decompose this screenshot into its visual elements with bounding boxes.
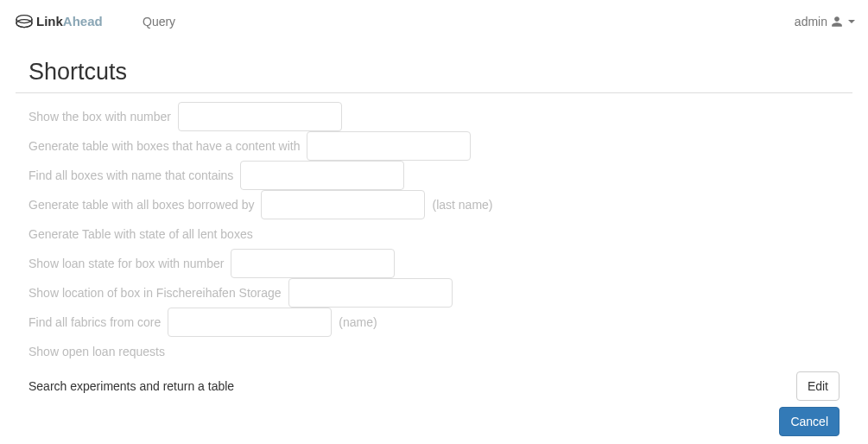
shortcut-row: Show open loan requests — [29, 337, 839, 366]
shortcut-row: Find all fabrics from core (name) — [29, 308, 839, 337]
shortcut-input — [168, 308, 332, 337]
caret-icon — [848, 20, 855, 23]
shortcut-label: Show loan state for box with number — [29, 249, 224, 278]
shortcut-row: Show loan state for box with number — [29, 249, 839, 278]
shortcut-row: Generate table with boxes that have a co… — [29, 131, 839, 161]
shortcut-input — [178, 102, 342, 131]
navbar: LinkAhead Query admin — [0, 0, 868, 43]
brand-logo[interactable]: LinkAhead — [13, 10, 112, 34]
shortcut-input — [288, 278, 453, 308]
shortcut-input — [307, 131, 471, 161]
shortcut-input — [231, 249, 395, 278]
logo-icon — [16, 16, 32, 28]
shortcut-label: Generate Table with state of all lent bo… — [29, 219, 253, 249]
shortcuts-panel: Show the box with number Generate table … — [16, 92, 852, 444]
user-menu[interactable]: admin — [795, 2, 855, 41]
shortcuts-title: Shortcuts — [29, 59, 852, 86]
edit-button[interactable]: Edit — [796, 371, 839, 401]
shortcut-label: Generate table with boxes that have a co… — [29, 131, 300, 161]
active-shortcut-row: Search experiments and return a table Ed… — [29, 371, 839, 401]
shortcut-row: Generate table with all boxes borrowed b… — [29, 190, 839, 219]
shortcut-label: Show location of box in Fischereihafen S… — [29, 278, 282, 308]
active-shortcut-label: Search experiments and return a table — [29, 379, 234, 393]
user-icon — [831, 16, 843, 28]
shortcut-label: Show open loan requests — [29, 337, 165, 366]
shortcut-label: Show the box with number — [29, 102, 171, 131]
button-row: Cancel — [29, 407, 839, 436]
shortcut-row: Find all boxes with name that contains — [29, 161, 839, 190]
shortcut-suffix: (name) — [339, 308, 377, 337]
shortcut-input — [261, 190, 425, 219]
main-container: Shortcuts Show the box with number Gener… — [0, 43, 868, 444]
shortcut-label: Find all boxes with name that contains — [29, 161, 233, 190]
svg-text:LinkAhead: LinkAhead — [36, 14, 103, 29]
shortcut-label: Find all fabrics from core — [29, 308, 161, 337]
shortcut-suffix: (last name) — [432, 190, 492, 219]
shortcut-row: Show location of box in Fischereihafen S… — [29, 278, 839, 308]
cancel-button[interactable]: Cancel — [779, 407, 839, 436]
shortcut-row: Generate Table with state of all lent bo… — [29, 219, 839, 249]
shortcut-row: Show the box with number — [29, 102, 839, 131]
shortcut-label: Generate table with all boxes borrowed b… — [29, 190, 254, 219]
shortcut-input — [240, 161, 404, 190]
user-label: admin — [795, 15, 827, 29]
nav-query[interactable]: Query — [130, 2, 188, 41]
